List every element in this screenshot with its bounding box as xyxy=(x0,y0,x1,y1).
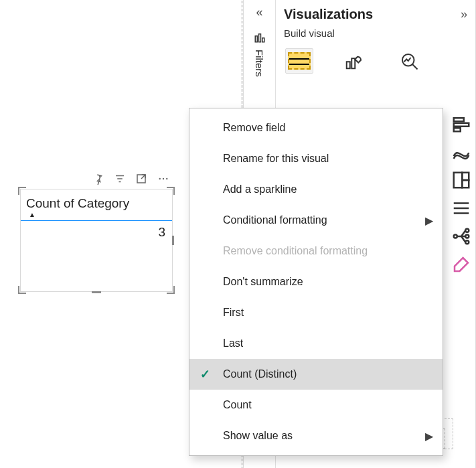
menu-remove-conditional-formatting: Remove conditional formatting xyxy=(189,236,443,266)
visual-tile-container: Count of Category ▲ 3 xyxy=(20,173,173,292)
tab-build-visual[interactable] xyxy=(285,48,313,74)
resize-handle-bm[interactable] xyxy=(92,291,101,293)
menu-dont-summarize[interactable]: Don't summarize xyxy=(189,266,443,297)
build-visual-icon xyxy=(288,52,311,70)
viz-tab-strip xyxy=(276,46,475,80)
sort-asc-icon[interactable]: ▲ xyxy=(21,212,172,218)
tab-format-visual[interactable] xyxy=(340,48,368,74)
svg-rect-16 xyxy=(454,128,461,131)
svg-rect-8 xyxy=(258,34,260,42)
ribbon-chart-icon[interactable] xyxy=(451,142,471,162)
treemap-icon[interactable] xyxy=(451,170,471,190)
svg-rect-10 xyxy=(347,62,350,68)
svg-point-24 xyxy=(465,229,469,232)
tab-analytics[interactable] xyxy=(395,48,423,74)
collapse-chevron-icon[interactable]: « xyxy=(244,0,275,19)
menu-add-sparkline[interactable]: Add a sparkline xyxy=(189,174,443,205)
field-context-menu: Remove field Rename for this visual Add … xyxy=(189,108,443,456)
chevron-right-icon: ▶ xyxy=(425,214,433,227)
svg-rect-7 xyxy=(255,36,257,42)
svg-rect-11 xyxy=(351,58,355,68)
card-visual[interactable]: Count of Category ▲ 3 xyxy=(20,189,173,292)
svg-point-23 xyxy=(454,235,457,238)
more-options-icon[interactable] xyxy=(157,173,170,185)
visual-value: 3 xyxy=(21,221,172,240)
matrix-icon[interactable] xyxy=(451,198,471,218)
svg-point-6 xyxy=(166,178,167,179)
svg-point-26 xyxy=(465,240,469,244)
menu-rename-for-visual[interactable]: Rename for this visual xyxy=(189,143,443,174)
menu-last[interactable]: Last xyxy=(189,328,443,359)
menu-remove-field[interactable]: Remove field xyxy=(189,112,443,143)
resize-handle-rm[interactable] xyxy=(172,236,174,245)
decomposition-tree-icon[interactable] xyxy=(451,226,471,246)
check-icon: ✓ xyxy=(200,367,210,382)
svg-rect-9 xyxy=(262,38,264,42)
filters-pane-label: Filters xyxy=(254,50,265,77)
resize-handle-tr[interactable] xyxy=(167,187,175,195)
svg-point-4 xyxy=(159,178,161,179)
svg-point-5 xyxy=(163,178,164,179)
visual-column-header[interactable]: Count of Category xyxy=(21,189,172,212)
svg-rect-19 xyxy=(462,180,469,187)
menu-count[interactable]: Count xyxy=(189,390,443,420)
build-visual-label: Build visual xyxy=(276,25,475,46)
visual-gallery-strip xyxy=(447,114,475,275)
focus-mode-icon[interactable] xyxy=(135,173,147,185)
filters-icon xyxy=(254,31,266,46)
svg-rect-18 xyxy=(462,173,469,180)
menu-show-value-as[interactable]: Show value as▶ xyxy=(189,420,443,451)
svg-line-13 xyxy=(412,64,418,70)
filter-icon[interactable] xyxy=(114,173,126,185)
svg-rect-15 xyxy=(454,123,469,127)
tile-toolbar xyxy=(20,173,173,185)
menu-count-distinct[interactable]: ✓Count (Distinct) xyxy=(189,359,443,390)
resize-handle-bl[interactable] xyxy=(18,286,26,294)
chevron-right-icon: ▶ xyxy=(425,430,433,443)
resize-handle-tl[interactable] xyxy=(18,187,26,195)
menu-conditional-formatting[interactable]: Conditional formatting▶ xyxy=(189,205,443,236)
svg-point-25 xyxy=(465,235,469,238)
svg-rect-14 xyxy=(454,118,464,121)
eraser-icon[interactable] xyxy=(451,254,471,275)
expand-chevron-icon[interactable]: » xyxy=(461,7,467,21)
pin-icon[interactable] xyxy=(92,173,104,185)
visualizations-title: Visualizations xyxy=(284,7,373,22)
stacked-bar-chart-icon[interactable] xyxy=(451,114,471,134)
resize-handle-br[interactable] xyxy=(167,286,175,294)
menu-first[interactable]: First xyxy=(189,297,443,328)
svg-rect-17 xyxy=(454,173,463,188)
